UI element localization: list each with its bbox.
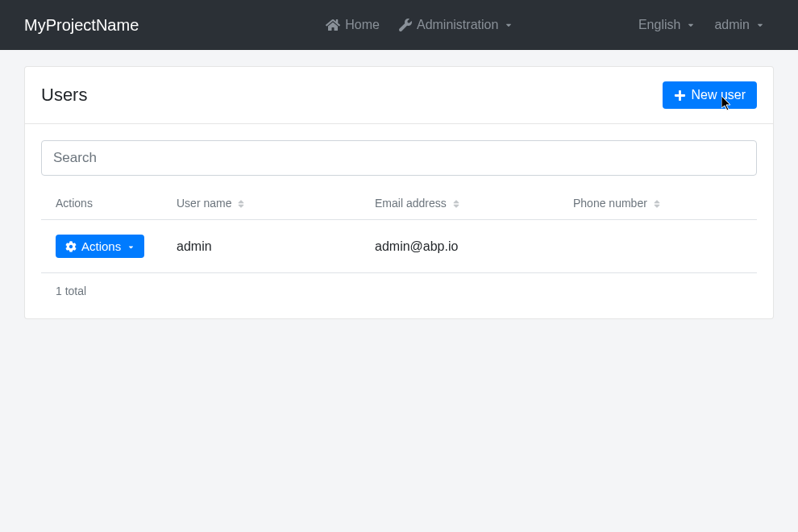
row-actions-label: Actions bbox=[81, 239, 121, 253]
col-header-actions: Actions bbox=[41, 187, 162, 220]
nav-home-label: Home bbox=[345, 18, 380, 32]
caret-down-icon bbox=[505, 18, 513, 32]
sort-icon bbox=[453, 199, 459, 209]
navbar-nav-center: Home Administration bbox=[316, 11, 522, 39]
nav-language-label: English bbox=[638, 18, 680, 32]
nav-administration-label: Administration bbox=[417, 18, 498, 32]
sort-icon bbox=[238, 199, 244, 209]
sort-icon bbox=[654, 199, 660, 209]
nav-user-label: admin bbox=[714, 18, 750, 32]
navbar-nav: Home Administration English admin bbox=[171, 11, 774, 39]
users-card: Users New user Actions User name bbox=[24, 66, 774, 319]
col-header-actions-label: Actions bbox=[56, 197, 93, 210]
table-footer: 1 total bbox=[41, 273, 757, 302]
cell-email: admin@abp.io bbox=[360, 220, 559, 273]
row-actions-button[interactable]: Actions bbox=[56, 235, 144, 258]
caret-down-icon bbox=[756, 18, 764, 32]
col-header-username-label: User name bbox=[177, 197, 231, 210]
nav-user[interactable]: admin bbox=[704, 11, 774, 39]
card-header: Users New user bbox=[25, 67, 773, 124]
home-icon bbox=[326, 18, 340, 32]
col-header-email-label: Email address bbox=[375, 197, 447, 210]
users-table: Actions User name Email address bbox=[41, 187, 757, 273]
table-header-row: Actions User name Email address bbox=[41, 187, 757, 220]
caret-down-icon bbox=[127, 239, 135, 253]
wrench-icon bbox=[399, 19, 412, 31]
col-header-email[interactable]: Email address bbox=[360, 187, 559, 220]
plus-icon bbox=[674, 89, 686, 102]
page-title: Users bbox=[41, 85, 87, 106]
navbar: MyProjectName Home Administration En bbox=[0, 0, 798, 50]
cell-username: admin bbox=[162, 220, 360, 273]
nav-administration[interactable]: Administration bbox=[389, 11, 522, 39]
cell-actions: Actions bbox=[41, 220, 162, 273]
search-input[interactable] bbox=[41, 140, 757, 176]
navbar-brand[interactable]: MyProjectName bbox=[24, 16, 139, 35]
card-body: Actions User name Email address bbox=[25, 124, 773, 318]
navbar-nav-right: English admin bbox=[629, 11, 774, 39]
main-container: Users New user Actions User name bbox=[0, 50, 798, 335]
new-user-button[interactable]: New user bbox=[663, 81, 757, 109]
nav-home[interactable]: Home bbox=[316, 11, 389, 39]
caret-down-icon bbox=[687, 18, 695, 32]
new-user-button-label: New user bbox=[691, 88, 746, 102]
col-header-phone[interactable]: Phone number bbox=[559, 187, 757, 220]
cell-phone bbox=[559, 220, 757, 273]
col-header-username[interactable]: User name bbox=[162, 187, 360, 220]
gear-icon bbox=[65, 241, 77, 252]
table-row: Actions admin admin@abp.io bbox=[41, 220, 757, 273]
col-header-phone-label: Phone number bbox=[573, 197, 647, 210]
nav-language[interactable]: English bbox=[629, 11, 704, 39]
